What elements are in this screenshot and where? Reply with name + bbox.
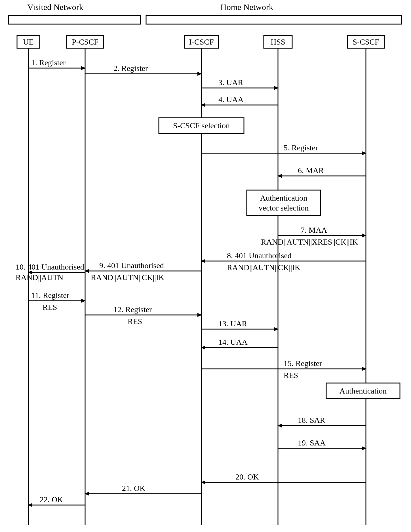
icscf-label: I-CSCF <box>189 37 214 46</box>
authentication-label: Authentication <box>340 386 387 395</box>
visited-network-label: Visited Network <box>27 2 83 12</box>
msg-10-label: 10. 401 Unauthorised <box>16 262 84 271</box>
msg-21-label: 21. OK <box>122 484 145 493</box>
pcscf-label: P-CSCF <box>72 37 98 46</box>
scscf-selection-label: S-CSCF selection <box>173 121 230 130</box>
msg-15-sub: RES <box>284 371 298 380</box>
msg-9-label: 9. 401 Unauthorised <box>99 261 164 270</box>
auth-vector-l2: vector selection <box>259 203 309 212</box>
msg-1-label: 1. Register <box>31 58 66 67</box>
msg-10-sub: RAND||AUTN <box>16 273 63 282</box>
msg-8-sub: RAND||AUTN||CK||IK <box>227 263 300 272</box>
msg-11-label: 11. Register <box>31 291 69 300</box>
msg-3-label: 3. UAR <box>218 78 243 87</box>
msg-19-label: 19. SAA <box>298 438 326 447</box>
msg-18-label: 18. SAR <box>298 416 325 424</box>
msg-2-label: 2. Register <box>113 64 148 73</box>
msg-12-sub: RES <box>128 317 142 326</box>
hss-label: HSS <box>271 37 285 46</box>
msg-11-sub: RES <box>43 303 57 312</box>
msg-7-sub: RAND||AUTN||XRES||CK||IK <box>261 237 358 246</box>
msg-5-label: 5. Register <box>284 143 318 152</box>
msg-8-label: 8. 401 Unauthorised <box>227 251 292 260</box>
msg-7-label: 7. MAA <box>301 226 327 234</box>
home-network-label: Home Network <box>220 2 273 12</box>
msg-9-sub: RAND||AUTN||CK||IK <box>91 273 164 282</box>
msg-13-label: 13. UAR <box>218 319 247 328</box>
ue-label: UE <box>23 37 33 46</box>
visited-network-bar <box>9 16 140 24</box>
msg-22-label: 22. OK <box>40 495 63 504</box>
msg-6-label: 6. MAR <box>298 166 324 175</box>
msg-12-label: 12. Register <box>113 305 152 314</box>
scscf-label: S-CSCF <box>353 37 379 46</box>
sequence-diagram: Visited Network Home Network UE P-CSCF I… <box>0 0 411 532</box>
msg-20-label: 20. OK <box>235 472 259 481</box>
msg-14-label: 14. UAA <box>218 338 248 346</box>
home-network-bar <box>146 16 401 24</box>
msg-4-label: 4. UAA <box>218 95 244 104</box>
auth-vector-l1: Authentication <box>260 194 307 202</box>
msg-15-label: 15. Register <box>284 359 322 368</box>
